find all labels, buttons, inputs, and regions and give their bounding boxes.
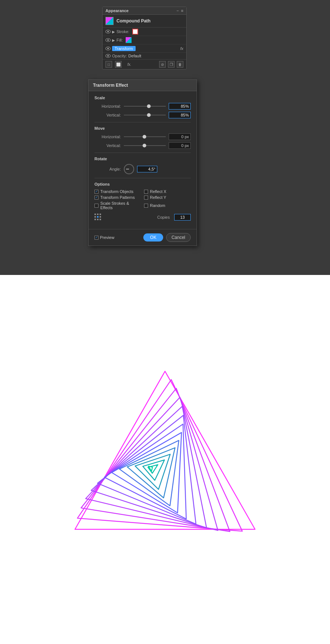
stroke-visibility-icon[interactable]: [105, 30, 111, 33]
compound-path-name: Compound Path: [116, 18, 151, 24]
opacity-value: Default: [128, 54, 141, 58]
stroke-label: Stroke:: [116, 29, 129, 34]
rotate-section-label: Rotate: [94, 157, 191, 161]
minimize-button[interactable]: −: [176, 8, 179, 13]
svg-marker-8: [119, 422, 204, 506]
transform-patterns-row[interactable]: Transform Patterns: [94, 195, 141, 200]
menu-button[interactable]: ≡: [181, 8, 183, 13]
transform-dialog: Transform Effect Scale Horizontal: Verti…: [88, 79, 197, 246]
scale-section-label: Scale: [94, 96, 191, 100]
svg-marker-4: [91, 387, 240, 528]
grid-icon: [94, 214, 102, 221]
scale-strokes-row[interactable]: Scale Strokes & Effects: [94, 201, 141, 210]
reflect-x-checkbox[interactable]: [144, 190, 148, 194]
appearance-header: Compound Path: [103, 15, 186, 28]
transform-row[interactable]: Transform fx: [103, 44, 186, 53]
preview-checkbox[interactable]: [94, 236, 98, 240]
angle-wheel[interactable]: [124, 164, 134, 174]
move-v-label: Vertical:: [94, 143, 121, 148]
stroke-row[interactable]: ▶ Stroke:: [103, 28, 186, 36]
move-section-label: Move: [94, 126, 191, 130]
hide-button[interactable]: ⊘: [159, 61, 166, 68]
panel-title: Appearance: [105, 8, 129, 13]
scale-h-label: Horizontal:: [94, 104, 121, 108]
copies-input[interactable]: [174, 214, 191, 221]
random-row[interactable]: Random: [144, 201, 191, 210]
fill-expand-icon[interactable]: ▶: [112, 38, 115, 42]
opacity-visibility-icon[interactable]: [105, 54, 111, 58]
dialog-title: Transform Effect: [93, 83, 128, 88]
transform-patterns-label: Transform Patterns: [100, 195, 135, 200]
opacity-label: Opacity:: [112, 54, 127, 58]
move-h-slider[interactable]: [124, 136, 166, 137]
random-checkbox[interactable]: [144, 204, 148, 208]
stroke-expand-icon[interactable]: ▶: [112, 30, 115, 34]
scale-strokes-label: Scale Strokes & Effects: [100, 201, 141, 210]
move-horizontal-row: Horizontal:: [94, 133, 191, 140]
fill-row[interactable]: ▶ Fill:: [103, 36, 186, 44]
transform-visibility-icon[interactable]: [105, 47, 111, 50]
move-v-slider[interactable]: [124, 145, 166, 146]
fill-visibility-icon[interactable]: [105, 38, 111, 42]
scale-v-label: Vertical:: [94, 113, 121, 117]
options-grid: Transform Objects Reflect X Transform Pa…: [94, 189, 191, 210]
scale-v-slider[interactable]: [124, 115, 166, 115]
panel-footer: □ ⬜ fx. ⊘ ❐ 🗑: [103, 59, 186, 69]
transform-objects-row[interactable]: Transform Objects: [94, 189, 141, 194]
preview-row: Preview: [94, 235, 114, 240]
angle-input[interactable]: [137, 166, 157, 172]
reflect-y-row[interactable]: Reflect Y: [144, 195, 191, 200]
rotate-row: Angle:: [94, 164, 191, 174]
panel-controls: − ≡: [176, 8, 183, 13]
scale-v-input[interactable]: [169, 112, 191, 118]
dialog-titlebar: Transform Effect: [89, 80, 197, 91]
angle-indicator: [126, 169, 129, 169]
scale-vertical-row: Vertical:: [94, 112, 191, 118]
reflect-x-row[interactable]: Reflect X: [144, 189, 191, 194]
canvas-area: .tri { fill: none; stroke-width: 2.5; st…: [0, 275, 330, 644]
transform-objects-label: Transform Objects: [100, 189, 133, 194]
new-layer-button[interactable]: □: [105, 61, 112, 68]
preview-label: Preview: [100, 235, 114, 240]
move-vertical-row: Vertical:: [94, 142, 191, 149]
scale-h-input[interactable]: [169, 103, 191, 110]
stroke-swatch[interactable]: [132, 29, 138, 35]
fill-swatch[interactable]: [126, 37, 132, 43]
copies-label: Copies: [157, 215, 170, 219]
options-section-label: Options: [94, 182, 191, 186]
scale-horizontal-row: Horizontal:: [94, 103, 191, 110]
move-h-label: Horizontal:: [94, 135, 121, 139]
compound-path-icon: [105, 17, 114, 25]
transform-badge[interactable]: Transform: [112, 46, 136, 51]
reflect-x-label: Reflect X: [150, 189, 166, 194]
artwork-canvas: .tri { fill: none; stroke-width: 2.5; st…: [55, 349, 275, 570]
reflect-y-checkbox[interactable]: [144, 196, 148, 200]
reflect-y-label: Reflect Y: [150, 195, 166, 200]
dialog-body: Scale Horizontal: Vertical: Move Horizon…: [89, 91, 197, 229]
ok-button[interactable]: OK: [143, 233, 163, 242]
random-label: Random: [150, 203, 165, 208]
dialog-footer: Preview OK Cancel: [89, 229, 197, 246]
transform-patterns-checkbox[interactable]: [94, 196, 98, 200]
appearance-panel: Appearance − ≡ Compound Path ▶ Stroke: ▶…: [102, 7, 187, 69]
copy-item-button[interactable]: ❐: [168, 61, 175, 68]
duplicate-button[interactable]: ⬜: [115, 61, 122, 68]
move-v-input[interactable]: [169, 142, 191, 149]
fx-button[interactable]: fx.: [126, 61, 133, 68]
opacity-row: Opacity: Default: [103, 53, 186, 59]
move-h-input[interactable]: [169, 133, 191, 140]
delete-button[interactable]: 🗑: [177, 61, 183, 68]
transform-objects-checkbox[interactable]: [94, 190, 98, 194]
scale-strokes-checkbox[interactable]: [94, 204, 98, 208]
copies-row: Copies: [94, 214, 191, 221]
panel-titlebar: Appearance − ≡: [103, 7, 186, 15]
svg-marker-1: [78, 373, 254, 531]
angle-label: Angle:: [94, 167, 121, 171]
fx-label: fx: [180, 46, 183, 51]
fill-label: Fill:: [116, 38, 123, 42]
scale-h-slider[interactable]: [124, 106, 166, 107]
cancel-button[interactable]: Cancel: [166, 233, 191, 242]
